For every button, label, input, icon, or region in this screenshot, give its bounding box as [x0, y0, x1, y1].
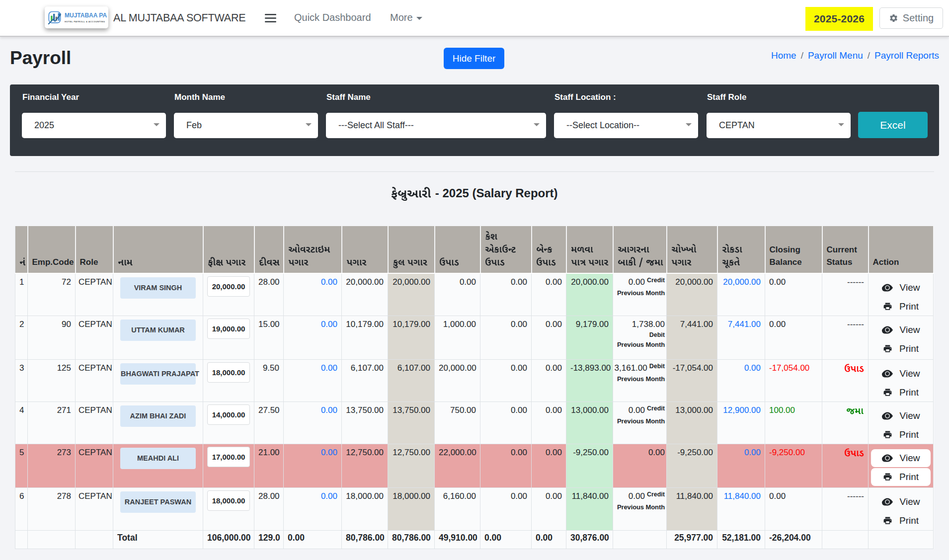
salary-row: 6 278 CEPTAN RANJEET PASWAN 18,000.00 28…	[15, 487, 934, 530]
month-name-select[interactable]: Feb	[174, 113, 318, 138]
col-header-payable	[566, 226, 613, 273]
cell-emp-code: 271	[28, 401, 76, 444]
printer-icon	[883, 302, 892, 311]
cell-bank-upad: 0.00	[532, 273, 566, 316]
previous-amount: 0.00	[648, 448, 665, 457]
view-label: View	[900, 410, 920, 421]
previous-type: Credit	[647, 491, 665, 498]
cell-total-salary: 12,750.00	[388, 444, 435, 487]
print-button[interactable]: Print	[871, 468, 931, 486]
logo[interactable]: MUJTABAA PA HOTEL PAYROLL & ACCOUNTING	[45, 6, 108, 28]
cell-total-salary: 18,000.00	[388, 487, 435, 530]
cell-num: 5	[15, 444, 28, 487]
hamburger-menu-button[interactable]	[265, 13, 276, 25]
col-header-action: Action	[869, 226, 934, 273]
gujarati-text	[844, 446, 864, 459]
cell-total-salary: 6,107.00	[388, 359, 435, 401]
staff-role-select[interactable]: CEPTAN	[707, 113, 851, 138]
header-line	[485, 242, 527, 255]
total-days: 129.0	[254, 530, 284, 549]
cell-name: VIRAM SINGH	[113, 273, 203, 316]
view-button[interactable]: View	[871, 365, 931, 383]
breadcrumb-link[interactable]: Home	[771, 50, 796, 61]
print-button[interactable]: Print	[871, 426, 931, 444]
logo-chart-icon	[48, 9, 63, 26]
fix-salary-badge: 18,000.00	[207, 362, 250, 383]
view-button[interactable]: View	[871, 279, 931, 297]
previous-note: Previous Month	[613, 416, 665, 426]
print-label: Print	[899, 301, 919, 312]
print-button[interactable]: Print	[871, 298, 931, 316]
cell-current-status: ------	[822, 487, 869, 530]
select-caret-icon	[838, 123, 844, 126]
cell-salary: 6,107.00	[342, 359, 388, 401]
nav-more-dropdown[interactable]: More	[390, 12, 422, 23]
view-button[interactable]: View	[871, 407, 931, 425]
cell-name: UTTAM KUMAR	[113, 316, 203, 359]
excel-export-button[interactable]: Excel	[858, 112, 928, 138]
eye-icon	[882, 282, 893, 293]
view-button[interactable]: View	[871, 493, 931, 511]
logo-text: MUJTABAA PA HOTEL PAYROLL & ACCOUNTING	[65, 12, 107, 23]
col-header-fix_salary	[203, 226, 254, 273]
view-button[interactable]: View	[871, 449, 931, 467]
gujarati-text	[536, 255, 556, 268]
cell-fix-salary: 17,000.00	[203, 444, 254, 487]
select-caret-icon	[686, 123, 692, 126]
employee-name-badge: UTTAM KUMAR	[120, 320, 196, 341]
header-line	[722, 255, 761, 268]
view-label: View	[900, 453, 920, 464]
cell-net-salary: 20,000.00	[667, 273, 717, 316]
chevron-down-icon	[416, 17, 422, 20]
print-button[interactable]: Print	[871, 340, 931, 358]
cell-total-salary: 10,179.00	[388, 316, 435, 359]
gujarati-text	[485, 242, 516, 255]
financial-year-badge: 2025-2026	[805, 7, 873, 31]
cell-num: 3	[15, 359, 28, 401]
cell-closing-balance: 0.00	[765, 316, 822, 359]
staff-name-value: ---Select All Staff---	[338, 120, 414, 131]
print-button[interactable]: Print	[871, 512, 931, 530]
hamburger-icon	[265, 13, 276, 23]
financial-year-select[interactable]: 2025	[22, 113, 166, 138]
cell-fix-salary: 19,000.00	[203, 316, 254, 359]
previous-amount: 0.00	[629, 491, 645, 501]
staff-name-select[interactable]: ---Select All Staff---	[326, 113, 546, 138]
cell-previous: 0.00CreditPrevious Month	[613, 487, 667, 530]
fix-salary-badge: 19,000.00	[207, 319, 250, 339]
cell-previous: 0.00	[613, 444, 667, 487]
setting-button[interactable]: Setting	[879, 7, 943, 29]
eye-icon	[882, 324, 893, 335]
view-button[interactable]: View	[871, 321, 931, 339]
printer-icon	[883, 388, 892, 397]
salary-row: 3 125 CEPTAN BHAGWATI PRAJAPAT 18,000.00…	[15, 359, 934, 401]
gujarati-text	[618, 242, 650, 255]
nav-quick-dashboard[interactable]: Quick Dashboard	[294, 12, 371, 23]
cell-salary: 18,000.00	[342, 487, 388, 530]
total-row: Total 106,000.00 129.0 0.00 80,786.00 80…	[15, 530, 934, 549]
financial-year-label: Financial Year	[22, 92, 79, 102]
gujarati-text	[288, 255, 309, 268]
header-line	[571, 255, 609, 268]
staff-location-select[interactable]: --Select Location--	[554, 113, 698, 138]
total-upad: 49,910.00	[435, 530, 480, 549]
previous-note: Previous Month	[613, 340, 665, 349]
header-line: Emp.Code	[32, 256, 71, 268]
cell-previous: 0.00CreditPrevious Month	[613, 401, 667, 444]
print-label: Print	[899, 429, 919, 440]
month-name-value: Feb	[186, 120, 202, 131]
previous-note: Previous Month	[613, 288, 665, 298]
cell-net-salary: -9,250.00	[667, 444, 717, 487]
fix-salary-badge: 17,000.00	[207, 447, 250, 467]
print-button[interactable]: Print	[871, 384, 931, 401]
hide-filter-button[interactable]: Hide Filter	[444, 48, 504, 69]
fix-salary-badge: 14,000.00	[207, 404, 250, 425]
breadcrumb-link[interactable]: Payroll Reports	[874, 50, 939, 61]
header-line	[722, 242, 761, 255]
cell-bank-upad: 0.00	[532, 487, 566, 530]
breadcrumb-link[interactable]: Payroll Menu	[808, 50, 863, 61]
gujarati-text	[391, 185, 431, 201]
cell-days: 27.50	[254, 401, 284, 444]
cell-num: 6	[15, 487, 28, 530]
gujarati-text	[118, 255, 133, 268]
